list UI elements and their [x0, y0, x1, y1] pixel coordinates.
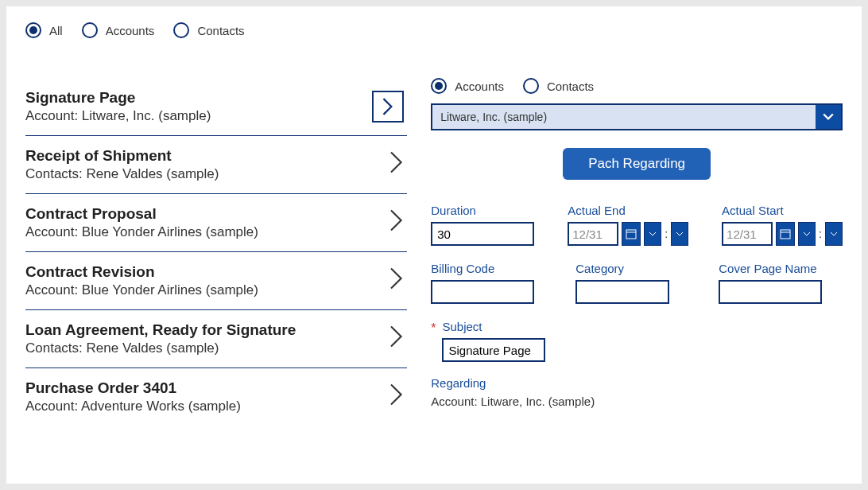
date-combo: 12/31 :: [568, 222, 688, 246]
category-input[interactable]: [575, 280, 669, 304]
svg-rect-0: [626, 230, 636, 239]
field-label: Actual Start: [722, 204, 843, 217]
field-label: Category: [575, 262, 669, 275]
actual-end-field: Actual End 12/31 :: [568, 204, 688, 246]
detail-panel: Accounts Contacts Litware, Inc. (sample)…: [407, 78, 862, 426]
actual-start-field: Actual Start 12/31 :: [722, 204, 843, 246]
time-colon: :: [665, 228, 668, 240]
radio-icon: [173, 22, 189, 38]
chevron-right-icon: [389, 267, 404, 294]
duration-input[interactable]: [431, 222, 534, 246]
list-item-title: Receipt of Shipment: [25, 147, 219, 165]
filter-label: All: [49, 24, 63, 37]
list-item-text: Contract Proposal Account: Blue Yonder A…: [25, 205, 258, 240]
list-item-title: Signature Page: [25, 89, 211, 107]
filter-label: Contacts: [197, 24, 244, 37]
list-item-title: Loan Agreement, Ready for Signature: [25, 321, 296, 339]
chevron-right-icon: [389, 325, 404, 352]
subject-field: Subject: [442, 320, 545, 362]
cover-page-name-input[interactable]: [719, 280, 822, 304]
field-label: Duration: [431, 204, 534, 217]
subject-input[interactable]: [442, 338, 545, 362]
svg-rect-2: [781, 230, 790, 239]
radio-icon: [25, 22, 41, 38]
chevron-right-icon: [389, 209, 404, 236]
field-label: Actual End: [568, 204, 688, 217]
minute-select[interactable]: [825, 222, 843, 246]
account-dropdown[interactable]: Litware, Inc. (sample): [431, 103, 843, 130]
subject-row: * Subject: [431, 320, 843, 362]
main-columns: Signature Page Account: Litware, Inc. (s…: [6, 78, 862, 426]
list-item-subtitle: Contacts: Rene Valdes (sample): [25, 166, 219, 182]
field-row-1: Duration Actual End 12/31 :: [431, 204, 843, 246]
field-label: Billing Code: [431, 262, 534, 275]
filter-accounts[interactable]: Accounts: [82, 22, 155, 38]
list-item-text: Signature Page Account: Litware, Inc. (s…: [25, 89, 211, 124]
radio-icon: [82, 22, 98, 38]
hour-select[interactable]: [798, 222, 816, 246]
category-field: Category: [575, 262, 669, 304]
list-item[interactable]: Signature Page Account: Litware, Inc. (s…: [25, 78, 407, 136]
sub-filter-bar: Accounts Contacts: [431, 78, 843, 94]
field-label: Cover Page Name: [719, 262, 822, 275]
billing-code-field: Billing Code: [431, 262, 534, 304]
date-combo: 12/31 :: [722, 222, 843, 246]
list-item[interactable]: Contract Proposal Account: Blue Yonder A…: [25, 194, 407, 252]
hour-select[interactable]: [644, 222, 661, 246]
subfilter-accounts[interactable]: Accounts: [431, 78, 504, 94]
duration-field: Duration: [431, 204, 534, 246]
chevron-right-icon[interactable]: [372, 91, 404, 122]
field-row-2: Billing Code Category Cover Page Name: [431, 262, 843, 304]
date-text: 12/31: [572, 228, 603, 241]
radio-icon: [523, 78, 539, 94]
regarding-value: Account: Litware, Inc. (sample): [431, 395, 843, 408]
list-item[interactable]: Contract Revision Account: Blue Yonder A…: [25, 252, 407, 310]
list-item-subtitle: Account: Blue Yonder Airlines (sample): [25, 224, 258, 240]
time-colon: :: [819, 228, 822, 240]
date-text: 12/31: [727, 228, 757, 241]
record-list: Signature Page Account: Litware, Inc. (s…: [6, 78, 407, 426]
list-item[interactable]: Purchase Order 3401 Account: Adventure W…: [25, 368, 407, 426]
required-asterisk: *: [431, 320, 436, 336]
billing-code-input[interactable]: [431, 280, 534, 304]
chevron-right-icon: [389, 151, 404, 178]
minute-select[interactable]: [671, 222, 688, 246]
subfilter-label: Accounts: [455, 80, 504, 93]
list-item-subtitle: Account: Blue Yonder Airlines (sample): [25, 282, 258, 298]
list-item[interactable]: Loan Agreement, Ready for Signature Cont…: [25, 310, 407, 368]
date-input[interactable]: 12/31: [722, 222, 773, 246]
list-item-subtitle: Account: Litware, Inc. (sample): [25, 108, 211, 124]
field-label: Subject: [442, 320, 545, 333]
calendar-icon[interactable]: [776, 222, 795, 246]
list-item-title: Purchase Order 3401: [25, 379, 241, 397]
list-item-text: Purchase Order 3401 Account: Adventure W…: [25, 379, 241, 414]
date-input[interactable]: 12/31: [568, 222, 618, 246]
calendar-icon[interactable]: [622, 222, 641, 246]
top-filter-bar: All Accounts Contacts: [6, 6, 862, 46]
list-item-text: Contract Revision Account: Blue Yonder A…: [25, 263, 258, 298]
list-item-title: Contract Revision: [25, 263, 258, 281]
cover-page-name-field: Cover Page Name: [719, 262, 822, 304]
chevron-right-icon: [389, 383, 404, 410]
patch-regarding-button[interactable]: Pach Regarding: [563, 148, 711, 180]
list-item-subtitle: Contacts: Rene Valdes (sample): [25, 340, 296, 356]
list-item[interactable]: Receipt of Shipment Contacts: Rene Valde…: [25, 136, 407, 194]
radio-icon: [431, 78, 447, 94]
chevron-down-icon[interactable]: [816, 105, 841, 129]
regarding-block: Regarding Account: Litware, Inc. (sample…: [431, 376, 843, 408]
list-item-subtitle: Account: Adventure Works (sample): [25, 399, 241, 414]
list-item-title: Contract Proposal: [25, 205, 258, 223]
dropdown-selected: Litware, Inc. (sample): [432, 105, 816, 129]
subfilter-contacts[interactable]: Contacts: [523, 78, 594, 94]
subfilter-label: Contacts: [547, 80, 594, 93]
filter-all[interactable]: All: [25, 22, 63, 38]
list-item-text: Loan Agreement, Ready for Signature Cont…: [25, 321, 296, 356]
list-item-text: Receipt of Shipment Contacts: Rene Valde…: [25, 147, 219, 182]
filter-label: Accounts: [106, 24, 155, 37]
field-label: Regarding: [431, 376, 843, 390]
filter-contacts[interactable]: Contacts: [173, 22, 244, 38]
app-root: All Accounts Contacts Signature Page Acc…: [6, 6, 862, 484]
